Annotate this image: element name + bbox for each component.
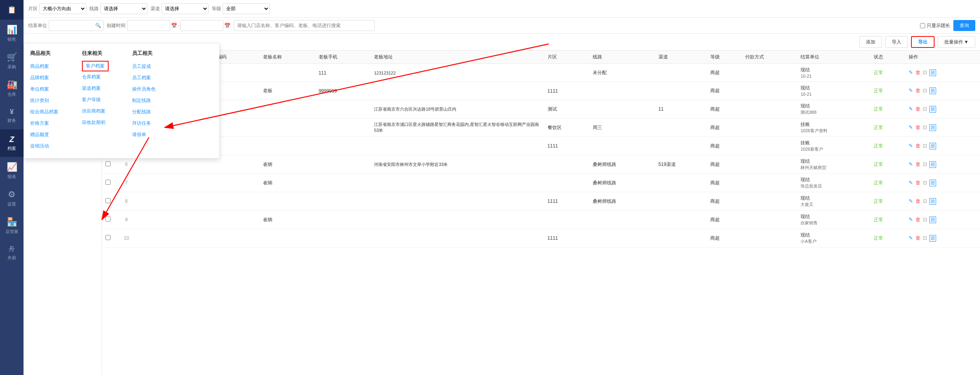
row-checkbox-9[interactable] — [105, 235, 111, 240]
delete-icon-5[interactable]: 🗑 — [915, 161, 920, 168]
edit-icon-9[interactable]: ✎ — [909, 235, 913, 242]
calendar-icon-start[interactable]: 📅 — [171, 23, 177, 29]
sidebar-item-zhouyi[interactable]: 舟 舟易 — [0, 239, 24, 267]
dropdown-item-price-plan[interactable]: 价格方案 — [30, 118, 58, 129]
export-button[interactable]: 导出 — [911, 36, 935, 48]
import-button[interactable]: 导入 — [885, 36, 908, 48]
dropdown-item-channel-archive[interactable]: 渠道档案 — [82, 83, 109, 94]
row-num: 10 — [114, 229, 139, 248]
dropdown-item-visit-task[interactable]: 拜访任务 — [132, 118, 156, 129]
delete-icon-9[interactable]: 🗑 — [915, 235, 920, 242]
dropdown-item-staff-bonus[interactable]: 员工提成 — [132, 61, 156, 72]
group-icon-7[interactable]: 团 — [929, 198, 936, 205]
create-time-start[interactable] — [127, 20, 170, 31]
row-channel — [655, 82, 708, 100]
more-icon-5[interactable]: ⊡ — [923, 161, 927, 168]
batch-button[interactable]: 批量操作 ▼ — [938, 36, 975, 48]
dropdown-item-assign-route[interactable]: 分配线路 — [132, 106, 156, 118]
edit-icon-8[interactable]: ✎ — [909, 217, 913, 223]
group-icon-9[interactable]: 团 — [929, 235, 936, 242]
edit-icon-2[interactable]: ✎ — [909, 106, 913, 113]
delete-icon-2[interactable]: 🗑 — [915, 106, 920, 113]
dropdown-item-customer-grade[interactable]: 客户等级 — [82, 94, 109, 106]
query-button[interactable]: 查询 — [953, 20, 975, 31]
more-icon-3[interactable]: ⊡ — [923, 124, 927, 131]
dropdown-item-set-route[interactable]: 制定线路 — [132, 95, 156, 106]
edit-icon-1[interactable]: ✎ — [909, 87, 913, 94]
create-time-end[interactable] — [180, 20, 223, 31]
more-icon-6[interactable]: ⊡ — [923, 180, 927, 186]
group-icon-3[interactable]: 团 — [929, 124, 936, 131]
group-icon-5[interactable]: 团 — [929, 161, 936, 168]
dropdown-item-brand-archive[interactable]: 品牌档案 — [30, 72, 58, 84]
edit-icon-3[interactable]: ✎ — [909, 124, 913, 131]
row-channel — [655, 229, 708, 248]
edit-icon-0[interactable]: ✎ — [909, 69, 913, 76]
delete-icon-4[interactable]: 🗑 — [915, 143, 920, 149]
calendar-icon-end[interactable]: 📅 — [224, 23, 230, 29]
delete-icon-7[interactable]: 🗑 — [915, 198, 920, 205]
delete-icon-8[interactable]: 🗑 — [915, 217, 920, 223]
row-settlement: 挂账1026客户资料 — [797, 118, 871, 137]
more-icon-4[interactable]: ⊡ — [923, 143, 927, 149]
filter-route-select[interactable]: 请选择 — [100, 3, 147, 14]
filter-area-select[interactable]: 大概小方向由 — [39, 3, 86, 14]
more-icon-8[interactable]: ⊡ — [923, 217, 927, 223]
group-icon-2[interactable]: 团 — [929, 106, 936, 113]
delete-icon-3[interactable]: 🗑 — [915, 124, 920, 131]
dropdown-item-gift-quota[interactable]: 赠品额度 — [30, 129, 58, 140]
dropdown-item-warehouse-archive[interactable]: 仓库档案 — [82, 71, 109, 83]
group-icon-6[interactable]: 团 — [929, 180, 936, 186]
sidebar-item-shopmanager[interactable]: 🏪 店管家 — [0, 212, 24, 239]
group-icon-4[interactable]: 团 — [929, 143, 936, 149]
more-icon-2[interactable]: ⊡ — [923, 106, 927, 113]
table-row: 5 1111 商超 挂账1026新客户 正常 ✎ 🗑 ⊡ 团 — [102, 137, 980, 155]
add-button[interactable]: 添加 — [859, 36, 882, 48]
dropdown-item-customer-archive[interactable]: 客户档案 — [82, 61, 109, 71]
filter-grade-select[interactable]: 全部 — [223, 3, 270, 14]
edit-icon-7[interactable]: ✎ — [909, 198, 913, 205]
edit-icon-5[interactable]: ✎ — [909, 161, 913, 168]
group-icon-8[interactable]: 团 — [929, 217, 936, 223]
delete-icon-6[interactable]: 🗑 — [915, 180, 920, 186]
more-icon-0[interactable]: ⊡ — [923, 69, 927, 76]
dropdown-item-combo-goods[interactable]: 组合商品档案 — [30, 106, 58, 118]
dropdown-item-promo[interactable]: 促销活动 — [30, 140, 58, 152]
sidebar-item-finance[interactable]: ¥ 财务 — [0, 102, 24, 129]
sidebar-item-report[interactable]: 📈 报表 — [0, 157, 24, 184]
delete-icon-0[interactable]: 🗑 — [915, 69, 920, 76]
dropdown-item-stats-category[interactable]: 统计类别 — [30, 95, 58, 106]
sidebar-item-sales[interactable]: 📊 销售 — [0, 20, 24, 47]
edit-icon-4[interactable]: ✎ — [909, 143, 913, 149]
group-icon-1[interactable]: 团 — [929, 87, 936, 94]
table-row: 6 崔炳 河南省安阳市林州市文举小学附近33米 桑树师线路 519渠道 商超 现… — [102, 155, 980, 174]
only-group-leader-label[interactable]: 只显示团长 — [920, 22, 950, 29]
dropdown-item-leave[interactable]: 请假单 — [132, 129, 156, 140]
row-checkbox-5[interactable] — [105, 161, 111, 166]
more-icon-9[interactable]: ⊡ — [923, 235, 927, 242]
row-checkbox-6[interactable] — [105, 180, 111, 185]
row-checkbox-7[interactable] — [105, 198, 111, 203]
filter-channel-select[interactable]: 请选择 — [162, 3, 209, 14]
group-icon-0[interactable]: 团 — [929, 69, 936, 76]
more-icon-7[interactable]: ⊡ — [923, 198, 927, 205]
search-input[interactable] — [234, 20, 375, 31]
more-icon-1[interactable]: ⊡ — [923, 87, 927, 94]
row-code — [205, 192, 260, 211]
row-checkbox-8[interactable] — [105, 217, 111, 222]
dropdown-item-unit-archive[interactable]: 单位档案 — [30, 84, 58, 95]
sidebar-item-warehouse[interactable]: 🏭 仓库 — [0, 75, 24, 102]
dropdown-item-goods-archive[interactable]: 商品档案 — [30, 61, 58, 72]
only-group-leader-checkbox[interactable] — [920, 23, 925, 28]
row-area: 1111 — [544, 137, 590, 155]
edit-icon-6[interactable]: ✎ — [909, 180, 913, 186]
dropdown-item-staff-archive[interactable]: 员工档案 — [132, 72, 156, 84]
sidebar-item-archive[interactable]: Z 档案 — [0, 129, 24, 157]
dropdown-item-receivable-init[interactable]: 应收款期初 — [82, 117, 109, 128]
sidebar-item-settings[interactable]: ⚙ 设置 — [0, 184, 24, 212]
sidebar-item-purchase[interactable]: 🛒 采购 — [0, 47, 24, 75]
dropdown-item-supplier-archive[interactable]: 供应商档案 — [82, 106, 109, 117]
filter-grade: 等级 全部 — [212, 3, 270, 14]
delete-icon-1[interactable]: 🗑 — [915, 87, 920, 94]
dropdown-item-operator-role[interactable]: 操作员角色 — [132, 84, 156, 95]
